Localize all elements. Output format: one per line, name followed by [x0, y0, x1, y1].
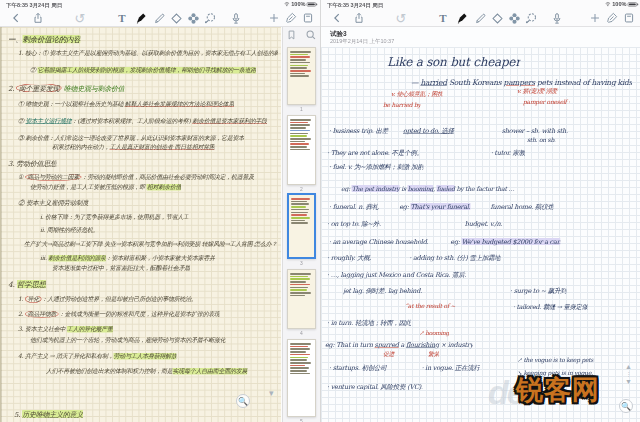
- note-text-segment: 3. 资本主义社会中: [18, 326, 67, 333]
- note-text-segment: 1.: [18, 296, 25, 303]
- note-text-segment: 工人的异化最严重: [67, 326, 113, 333]
- handwritten-notes-chinese: 一、剩余价值论的内容1. 核心：① 资本主义生产是以雇佣劳动为基础、以获取剩余价…: [0, 27, 281, 422]
- note-text-segment: ① 唯物史观：一个以观察社会历史为基础: [18, 101, 125, 108]
- note-text-segment: pets instead of having kids: [535, 78, 632, 87]
- note-text-segment: 他们成为机器上的一个齿轮，劳动成为商品，雇佣劳动与资本的矛盾不断激化: [30, 337, 226, 344]
- thumbnail-text-line: [290, 273, 311, 275]
- thumbnail-text-line: [290, 73, 305, 75]
- pen-tool-button[interactable]: [454, 10, 470, 26]
- back-button[interactable]: [329, 10, 345, 26]
- thumbnail-text-line: [290, 351, 306, 353]
- thumbnail-text-line: [290, 65, 308, 67]
- note-line: · an average Chinese household.eg: We've…: [329, 238, 561, 245]
- note-text-segment: ：人通过劳动创造世界，但是却被自己所创造的事物所统治。: [41, 296, 196, 303]
- microphone-button[interactable]: [549, 10, 565, 26]
- note-text-segment: 促进: [383, 351, 394, 358]
- chevron-down-icon[interactable]: ▾: [269, 388, 274, 398]
- thumbnail-text-line: [291, 214, 307, 216]
- lasso-tool-button[interactable]: [523, 10, 539, 26]
- search-icon[interactable]: [305, 29, 317, 41]
- status-bar: 下午8:35 3月24日 周日 100%: [321, 1, 640, 9]
- page-navigator-button[interactable]: [621, 10, 637, 26]
- note-text-segment: ↗ booming: [419, 330, 449, 337]
- note-text-segment: · roughly. 大概.: [327, 254, 371, 261]
- share-button[interactable]: [351, 10, 367, 26]
- note-text-segment: 两个重要发现: [16, 84, 62, 92]
- note-text-segment: 生产扩大→商品过剩→工资下降 失业→资本积累与竞争加剧→利润受损 转嫁风险→工人…: [24, 241, 277, 248]
- bookmark-icon[interactable]: [286, 29, 297, 41]
- eraser-tool-button[interactable]: [489, 10, 505, 26]
- note-line: — harried South Koreans pampers pets ins…: [411, 78, 632, 87]
- status-time: 下午8:35 3月24日 周日: [327, 1, 383, 9]
- note-text-segment: eg:: [399, 203, 410, 210]
- text-tool-button[interactable]: T: [435, 10, 451, 26]
- wifi-icon: [605, 2, 611, 7]
- note-text-segment: · in vogue. 正在流行: [421, 364, 479, 371]
- note-text-segment: 商品与劳动的二因素: [25, 174, 82, 181]
- note-line: · startups. 初创公司· in vogue. 正在流行: [329, 364, 480, 371]
- note-text-segment: 相对剩余价值: [147, 184, 182, 191]
- note-line: 2. 商品拜物教：金钱成为衡量一切的标准和尺度，这种异化是资本扩张的表现: [18, 311, 220, 318]
- thumbnail-text-line: [290, 278, 310, 280]
- thumbnail-text-line: [290, 51, 311, 53]
- magnifier-button[interactable]: 🔍: [619, 399, 633, 413]
- back-button[interactable]: [8, 10, 24, 26]
- page-thumbnail[interactable]: [287, 47, 316, 105]
- note-text-segment: 剩余价值是资本家获利的手段: [192, 118, 267, 125]
- share-button[interactable]: [30, 10, 46, 26]
- page-thumbnail[interactable]: [287, 193, 316, 259]
- pen-tool-button[interactable]: [133, 10, 149, 26]
- note-text-segment: a: [399, 341, 406, 348]
- note-text-segment: · in turn. 轮流地；转而，因此: [327, 319, 411, 326]
- thumbnail-text-line: [290, 348, 310, 350]
- note-text-segment: × industry: [439, 341, 473, 348]
- page-thumbnails-sidebar: 12345: [282, 27, 320, 422]
- note-text-segment: ：资本财富积聚，小资本家被大资本家吞并: [106, 255, 215, 262]
- page-thumbnail[interactable]: [287, 115, 316, 185]
- magnifier-button[interactable]: 🔍: [236, 394, 250, 408]
- thumbnail-text-line: [290, 292, 311, 294]
- tape-tool-button[interactable]: [185, 10, 201, 26]
- note-canvas-english[interactable]: 试验3 2019年2月14日 上午10:37 Like a son but ch…: [321, 27, 640, 422]
- undo-button[interactable]: ↺: [393, 10, 409, 26]
- thumbnail-text-line: [290, 354, 310, 356]
- eraser-tool-button[interactable]: [168, 10, 184, 26]
- thumbnail-text-line: [290, 54, 308, 56]
- thumbnail-text-line: [290, 124, 310, 126]
- pen-settings-button[interactable]: [604, 10, 620, 26]
- note-text-segment: 资本逐渐集中过程中，贫富差距拉大，酝酿着社会矛盾: [52, 265, 190, 272]
- undo-button[interactable]: ↺: [72, 10, 88, 26]
- highlighter-tool-button[interactable]: [472, 10, 488, 26]
- note-text-segment: ii. 周期性的经济危机。: [40, 227, 98, 234]
- thumbnail-text-line: [290, 122, 308, 124]
- note-line: 4. 共产主义 → 消灭了异化和私有制，劳动与工人本身获得解放: [18, 353, 177, 360]
- note-canvas-chinese[interactable]: 一、剩余价值论的内容1. 核心：① 资本主义生产是以雇佣劳动为基础、以获取剩余价…: [0, 27, 281, 422]
- add-page-button[interactable]: [266, 10, 282, 26]
- note-line: 人们不再被他们创造出来的体制和权力控制，而是实现每个人自由而全面的发展: [46, 368, 247, 375]
- microphone-button[interactable]: [228, 10, 244, 26]
- thumbnail-text-line: [290, 127, 306, 129]
- highlighter-tool-button[interactable]: [151, 10, 167, 26]
- tape-tool-button[interactable]: [506, 10, 522, 26]
- handwritten-notes-english: Like a son but cheaper— harried South Ko…: [321, 27, 640, 422]
- note-text-segment: 剩余价值论的内容: [23, 35, 81, 44]
- note-text-segment: · …, lagging just Mexico and Costa Rica.…: [327, 271, 466, 278]
- right-topbar: 下午8:35 3月24日 周日 100% ↺ T: [321, 0, 640, 27]
- page-scrubber[interactable]: ▲ ⋮ ▼: [625, 363, 632, 385]
- pen-settings-button[interactable]: [283, 10, 299, 26]
- page-thumbnail[interactable]: [287, 269, 316, 329]
- lasso-tool-button[interactable]: [202, 10, 218, 26]
- note-line: · business trip. 出差opted to do. 选择shower…: [329, 127, 568, 134]
- page-thumbnail[interactable]: [287, 339, 316, 417]
- scrub-dots-icon: ⋮: [625, 371, 631, 377]
- page-navigator-button[interactable]: [300, 10, 316, 26]
- note-line: 5. 历史唯物主义的意义: [14, 410, 83, 418]
- scrub-down-icon: ▼: [625, 378, 632, 385]
- text-tool-button[interactable]: T: [114, 10, 130, 26]
- thumbnail-text-line: [290, 284, 310, 286]
- add-page-button[interactable]: [587, 10, 603, 26]
- note-text-segment: · an average Chinese household.: [329, 238, 428, 245]
- note-text-segment: 剩余价值是利润的源泉: [48, 255, 106, 262]
- note-line: · tailored. 裁缝 → 量身定做: [513, 303, 588, 310]
- left-screenshot: 下午8:35 3月24日 周日 100% ↺ T: [0, 0, 320, 422]
